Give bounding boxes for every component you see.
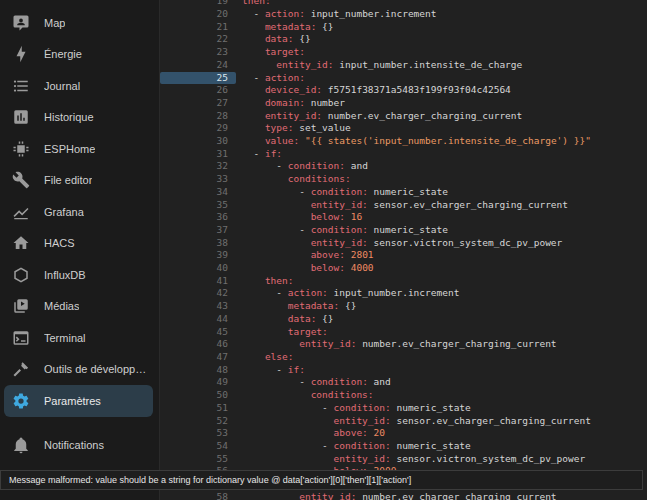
code-text: metadata: {} — [236, 300, 356, 313]
sidebar-item-energie[interactable]: Énergie — [0, 39, 159, 71]
sidebar-item-label: Paramètres — [44, 395, 101, 407]
code-line[interactable]: 25 - action: — [160, 72, 647, 85]
code-line[interactable]: 34 - condition: numeric_state — [160, 186, 647, 199]
code-text: above: 2801 — [236, 249, 374, 262]
line-number: 38 — [160, 237, 236, 250]
sidebar-item-label: Journal — [44, 80, 80, 92]
sidebar-item-notifications[interactable]: Notifications — [0, 430, 159, 462]
line-number: 40 — [160, 262, 236, 275]
line-number: 24 — [160, 59, 236, 72]
sidebar-item-map[interactable]: Map — [0, 7, 159, 39]
sidebar-item-label: Médias — [44, 300, 79, 312]
code-line[interactable]: 30 value: "{{ states('input_number.inten… — [160, 135, 647, 148]
code-text: target: — [236, 46, 305, 59]
code-line[interactable]: 36 below: 16 — [160, 211, 647, 224]
yaml-code-editor[interactable]: 19then:20 - action: input_number.increme… — [160, 0, 647, 500]
code-line[interactable]: 40 below: 4000 — [160, 262, 647, 275]
line-number: 27 — [160, 97, 236, 110]
dev-tools-icon — [12, 360, 30, 378]
code-line[interactable]: 45 target: — [160, 326, 647, 339]
code-line[interactable]: 24 entity_id: input_number.intensite_de_… — [160, 59, 647, 72]
code-line[interactable]: 19then: — [160, 0, 647, 8]
code-line[interactable]: 39 above: 2801 — [160, 249, 647, 262]
code-line[interactable]: 26 device_id: f5751f38371a5483f199f93f04… — [160, 84, 647, 97]
code-text: entity_id: number.ev_charger_charging_cu… — [236, 338, 557, 351]
sidebar-item-journal[interactable]: Journal — [0, 70, 159, 102]
code-line[interactable]: 51 - condition: numeric_state — [160, 402, 647, 415]
code-line[interactable]: 44 data: {} — [160, 313, 647, 326]
code-line[interactable]: 38 entity_id: sensor.victron_system_dc_p… — [160, 237, 647, 250]
sidebar-item-influxdb[interactable]: InfluxDB — [0, 259, 159, 291]
code-line[interactable]: 52 entity_id: sensor.ev_charger_charging… — [160, 415, 647, 428]
sidebar: MapÉnergieJournalHistoriqueESPHomeFile e… — [0, 0, 160, 500]
line-number: 53 — [160, 427, 236, 440]
code-text: above: 20 — [236, 427, 385, 440]
journal-icon — [12, 77, 30, 95]
sidebar-item-label: ESPHome — [44, 143, 95, 155]
influxdb-icon — [12, 266, 30, 284]
code-line[interactable]: 33 conditions: — [160, 173, 647, 186]
code-line[interactable]: 27 domain: number — [160, 97, 647, 110]
line-number: 49 — [160, 376, 236, 389]
code-line[interactable]: 35 entity_id: sensor.ev_charger_charging… — [160, 199, 647, 212]
code-line[interactable]: 54 - condition: numeric_state — [160, 440, 647, 453]
line-number: 35 — [160, 199, 236, 212]
line-number: 58 — [160, 491, 236, 500]
code-text: entity_id: number.ev_charger_charging_cu… — [236, 491, 557, 500]
code-line[interactable]: 21 metadata: {} — [160, 21, 647, 34]
code-text: - condition: and — [236, 160, 368, 173]
line-number: 19 — [160, 0, 236, 8]
code-line[interactable]: 53 above: 20 — [160, 427, 647, 440]
sidebar-item-terminal[interactable]: Terminal — [0, 322, 159, 354]
sidebar-item-label: Outils de développement — [44, 363, 151, 375]
sidebar-item-grafana[interactable]: Grafana — [0, 196, 159, 228]
code-line[interactable]: 43 metadata: {} — [160, 300, 647, 313]
line-number: 43 — [160, 300, 236, 313]
code-text: - condition: numeric_state — [236, 402, 471, 415]
line-number: 52 — [160, 415, 236, 428]
error-toast: Message malformed: value should be a str… — [0, 470, 643, 490]
sidebar-item-parametres[interactable]: Paramètres — [4, 385, 153, 417]
code-line[interactable]: 31 - if: — [160, 148, 647, 161]
code-text: entity_id: sensor.ev_charger_charging_cu… — [236, 415, 591, 428]
sidebar-item-label: HACS — [44, 237, 75, 249]
code-line[interactable]: 23 target: — [160, 46, 647, 59]
code-line[interactable]: 20 - action: input_number.increment — [160, 8, 647, 21]
sidebar-item-medias[interactable]: Médias — [0, 291, 159, 323]
code-line[interactable]: 22 data: {} — [160, 33, 647, 46]
code-line[interactable]: 48 - if: — [160, 364, 647, 377]
code-line[interactable]: 49 - condition: and — [160, 376, 647, 389]
code-text: - condition: numeric_state — [236, 186, 448, 199]
code-line[interactable]: 41 then: — [160, 275, 647, 288]
line-number: 34 — [160, 186, 236, 199]
code-line[interactable]: 28 entity_id: number.ev_charger_charging… — [160, 110, 647, 123]
file-editor-icon — [12, 171, 30, 189]
code-line[interactable]: 42 - action: input_number.increment — [160, 287, 647, 300]
sidebar-item-historique[interactable]: Historique — [0, 102, 159, 134]
code-text: - action: input_number.increment — [236, 287, 459, 300]
sidebar-item-hacs[interactable]: HACS — [0, 228, 159, 260]
line-number: 33 — [160, 173, 236, 186]
line-number: 28 — [160, 110, 236, 123]
code-line[interactable]: 55 entity_id: sensor.victron_system_dc_p… — [160, 453, 647, 466]
code-line[interactable]: 46 entity_id: number.ev_charger_charging… — [160, 338, 647, 351]
line-number: 23 — [160, 46, 236, 59]
sidebar-item-label: File editor — [44, 174, 92, 186]
line-number: 26 — [160, 84, 236, 97]
code-line[interactable]: 50 conditions: — [160, 389, 647, 402]
line-number: 21 — [160, 21, 236, 34]
code-line[interactable]: 32 - condition: and — [160, 160, 647, 173]
settings-icon — [12, 392, 30, 410]
code-line[interactable]: 58 entity_id: number.ev_charger_charging… — [160, 491, 647, 500]
code-line[interactable]: 47 else: — [160, 351, 647, 364]
code-line[interactable]: 29 type: set_value — [160, 122, 647, 135]
code-text: - if: — [236, 364, 305, 377]
line-number: 46 — [160, 338, 236, 351]
map-icon — [12, 14, 30, 32]
sidebar-item-outils-de-developpement[interactable]: Outils de développement — [0, 354, 159, 386]
code-text: - condition: numeric_state — [236, 440, 471, 453]
sidebar-item-file-editor[interactable]: File editor — [0, 165, 159, 197]
code-line[interactable]: 37 - condition: numeric_state — [160, 224, 647, 237]
code-text: below: 4000 — [236, 262, 374, 275]
sidebar-item-esphome[interactable]: ESPHome — [0, 133, 159, 165]
